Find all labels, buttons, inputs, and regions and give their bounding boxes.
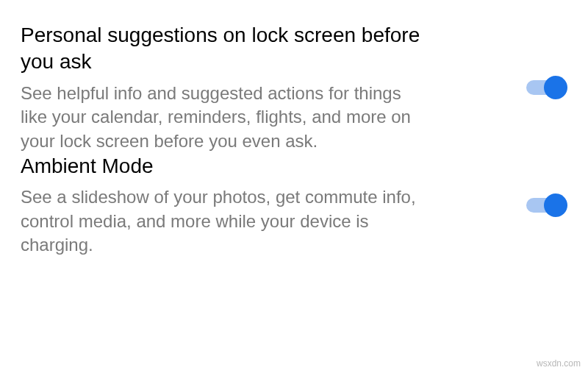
toggle-thumb [544, 76, 567, 99]
setting-description: See helpful info and suggested actions f… [21, 82, 432, 153]
setting-personal-suggestions[interactable]: Personal suggestions on lock screen befo… [21, 22, 567, 153]
toggle-personal-suggestions[interactable] [526, 76, 567, 99]
toggle-thumb [544, 193, 567, 217]
toggle-ambient-mode[interactable] [526, 193, 567, 217]
setting-title: Personal suggestions on lock screen befo… [21, 22, 432, 76]
setting-title: Ambient Mode [21, 153, 432, 180]
setting-text-block: Personal suggestions on lock screen befo… [21, 22, 432, 153]
setting-ambient-mode[interactable]: Ambient Mode See a slideshow of your pho… [21, 153, 567, 257]
setting-text-block: Ambient Mode See a slideshow of your pho… [21, 153, 432, 257]
setting-description: See a slideshow of your photos, get comm… [21, 185, 432, 257]
watermark: wsxdn.com [537, 358, 581, 369]
